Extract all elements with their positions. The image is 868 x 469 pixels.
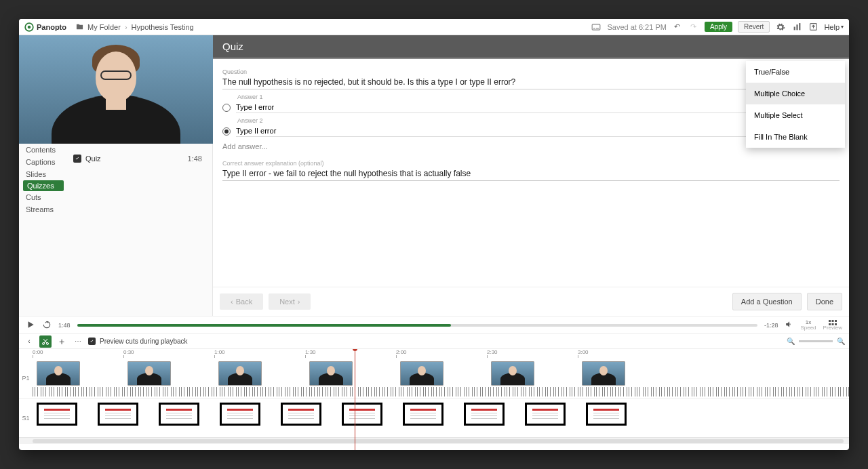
svg-rect-11 [835, 320, 837, 322]
svg-point-1 [28, 25, 31, 28]
folder-icon [76, 23, 83, 30]
progress-bar[interactable] [77, 324, 757, 327]
svg-rect-4 [596, 28, 599, 28]
waveform [33, 387, 849, 396]
preview-toggle[interactable]: Preview [823, 320, 842, 331]
answer2-radio[interactable] [222, 127, 231, 136]
stats-icon[interactable] [791, 22, 802, 33]
svg-rect-6 [796, 24, 797, 30]
timeline-ruler: 0:00 0:30 1:00 1:30 2:00 2:30 3:00 [33, 349, 849, 359]
qtype-multiplechoice[interactable]: Multiple Choice [746, 83, 845, 104]
svg-rect-7 [799, 23, 800, 30]
breadcrumb: My Folder › Hypothesis Testing [76, 23, 194, 31]
play-button[interactable] [26, 320, 35, 331]
svg-rect-3 [593, 28, 595, 28]
speed-toggle[interactable]: 1xSpeed [800, 320, 816, 331]
svg-rect-9 [829, 320, 831, 322]
breadcrumb-folder[interactable]: My Folder [87, 23, 121, 31]
back-button[interactable]: ‹Back [220, 293, 263, 310]
timeline-track-s1[interactable]: S1 [19, 398, 849, 437]
quiz-list-item[interactable]: Quiz 1:48 [66, 152, 209, 165]
saved-status: Saved at 6:21 PM [607, 23, 666, 31]
redo-icon[interactable]: ↷ [688, 22, 699, 33]
playhead[interactable] [355, 349, 355, 450]
chevron-right-icon: › [125, 23, 127, 31]
export-icon[interactable] [808, 22, 818, 33]
add-question-button[interactable]: Add a Question [732, 293, 802, 310]
zoom-in-icon[interactable]: 🔍 [837, 338, 845, 345]
zoom-slider[interactable] [799, 340, 833, 342]
rewind-button[interactable] [42, 320, 52, 331]
timeline[interactable]: 0:00 0:30 1:00 1:30 2:00 2:30 3:00 P1 [19, 348, 849, 450]
preview-cuts-label: Preview cuts during playback [100, 338, 188, 345]
apply-button[interactable]: Apply [705, 22, 732, 32]
app-logo[interactable]: Panopto [24, 22, 66, 32]
next-button[interactable]: Next› [269, 293, 311, 310]
current-time: 1:48 [58, 322, 71, 329]
svg-rect-10 [831, 320, 833, 322]
chevron-right-icon: › [298, 298, 300, 306]
zoom-out-icon[interactable]: 🔍 [787, 338, 795, 345]
svg-rect-2 [593, 24, 601, 29]
done-button[interactable]: Done [807, 293, 842, 310]
cut-tool-button[interactable] [39, 335, 52, 348]
timeline-scrollbar[interactable] [19, 437, 849, 444]
qtype-multipleselect[interactable]: Multiple Select [746, 104, 845, 126]
more-tool-button[interactable]: ⋯ [72, 335, 84, 348]
svg-rect-5 [794, 27, 795, 30]
qtype-truefalse[interactable]: True/False [746, 61, 845, 83]
undo-icon[interactable]: ↶ [672, 22, 683, 33]
chevron-down-icon: ▾ [841, 24, 844, 30]
remaining-time: -1:28 [764, 322, 778, 329]
question-type-dropdown: True/False Multiple Choice Multiple Sele… [746, 61, 845, 148]
explanation-input[interactable] [222, 167, 840, 181]
qtype-fillblank[interactable]: Fill In The Blank [746, 126, 845, 148]
revert-button[interactable]: Revert [738, 21, 770, 33]
answer1-radio[interactable] [222, 104, 231, 112]
quiz-check-icon [73, 155, 81, 163]
volume-icon[interactable] [785, 320, 793, 330]
chevron-left-icon: ‹ [231, 298, 233, 306]
breadcrumb-item[interactable]: Hypothesis Testing [132, 23, 194, 31]
add-tool-button[interactable]: + [56, 335, 68, 348]
preview-cuts-checkbox[interactable] [88, 338, 96, 345]
editor-title: Quiz [213, 35, 849, 59]
quiz-item-time: 1:48 [188, 155, 202, 163]
captions-icon[interactable] [591, 22, 601, 33]
gear-icon[interactable] [775, 22, 786, 33]
logo-text: Panopto [37, 23, 66, 31]
explanation-label: Correct answer explanation (optional) [222, 160, 840, 167]
timeline-track-p1[interactable]: P1 [19, 359, 849, 398]
quiz-item-label: Quiz [85, 155, 101, 163]
help-dropdown[interactable]: Help ▾ [824, 23, 844, 31]
video-preview[interactable] [19, 35, 213, 144]
timeline-collapse-button[interactable]: ‹ [23, 335, 35, 348]
panopto-logo-icon [24, 22, 34, 32]
add-quiz-button[interactable]: ⊕ Add a Quiz [172, 144, 212, 152]
